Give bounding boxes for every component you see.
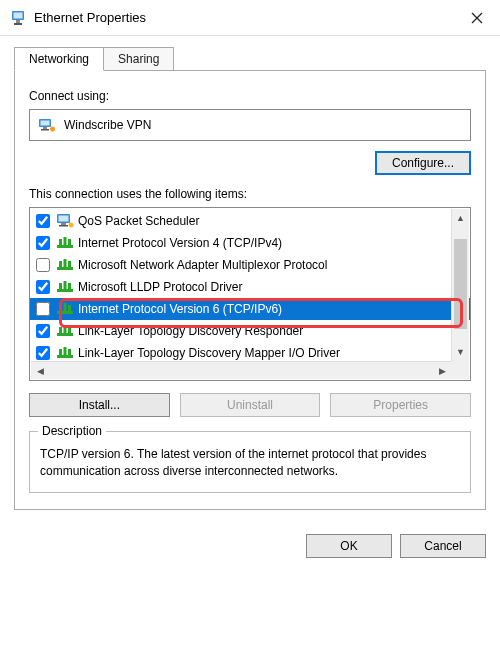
button-label: Configure... — [392, 156, 454, 170]
svg-rect-39 — [68, 349, 71, 355]
monitor-icon — [56, 213, 74, 229]
svg-rect-9 — [41, 129, 49, 131]
tab-label: Sharing — [118, 52, 159, 66]
tab-networking[interactable]: Networking — [14, 47, 104, 71]
dialog-buttons: OK Cancel — [0, 524, 500, 572]
svg-rect-7 — [41, 121, 50, 126]
configure-row: Configure... — [29, 151, 471, 175]
item-checkbox[interactable] — [36, 258, 50, 272]
list-item[interactable]: Internet Protocol Version 4 (TCP/IPv4) — [30, 232, 470, 254]
list-item[interactable]: Microsoft Network Adapter Multiplexor Pr… — [30, 254, 470, 276]
adapter-icon — [38, 116, 56, 134]
description-fieldset: Description TCP/IP version 6. The latest… — [29, 431, 471, 493]
item-label: Link-Layer Topology Discovery Responder — [78, 324, 303, 338]
ok-button[interactable]: OK — [306, 534, 392, 558]
svg-rect-29 — [59, 305, 62, 311]
cancel-button[interactable]: Cancel — [400, 534, 486, 558]
network-icon — [56, 257, 74, 273]
close-icon — [471, 12, 483, 24]
svg-rect-14 — [59, 225, 68, 227]
list-item[interactable]: Microsoft LLDP Protocol Driver — [30, 276, 470, 298]
description-text: TCP/IP version 6. The latest version of … — [40, 446, 460, 480]
properties-button[interactable]: Properties — [330, 393, 471, 417]
svg-rect-3 — [14, 23, 22, 25]
network-icon — [56, 301, 74, 317]
svg-rect-25 — [59, 283, 62, 289]
network-icon — [56, 323, 74, 339]
svg-rect-22 — [64, 259, 67, 267]
svg-rect-23 — [68, 261, 71, 267]
scroll-corner — [451, 361, 469, 379]
items-listbox[interactable]: QoS Packet SchedulerInternet Protocol Ve… — [29, 207, 471, 381]
list-item[interactable]: Link-Layer Topology Discovery Responder — [30, 320, 470, 342]
item-checkbox[interactable] — [36, 214, 50, 228]
svg-point-15 — [69, 223, 74, 228]
svg-rect-17 — [59, 239, 62, 245]
button-label: Cancel — [424, 539, 461, 553]
scroll-left-arrow[interactable]: ◀ — [31, 362, 49, 380]
tab-panel-networking: Connect using: Windscribe VPN Configure.… — [14, 71, 486, 510]
button-label: OK — [340, 539, 357, 553]
item-buttons-row: Install... Uninstall Properties — [29, 393, 471, 417]
svg-rect-36 — [57, 355, 73, 358]
item-checkbox[interactable] — [36, 236, 50, 250]
svg-rect-32 — [57, 333, 73, 336]
svg-rect-34 — [64, 325, 67, 333]
svg-rect-8 — [43, 127, 47, 129]
list-item[interactable]: Internet Protocol Version 6 (TCP/IPv6) — [30, 298, 470, 320]
item-checkbox[interactable] — [36, 280, 50, 294]
button-label: Uninstall — [227, 398, 273, 412]
vertical-scrollbar[interactable]: ▲ ▼ — [451, 209, 469, 361]
svg-rect-27 — [68, 283, 71, 289]
svg-rect-13 — [61, 223, 66, 225]
svg-rect-30 — [64, 303, 67, 311]
svg-rect-31 — [68, 305, 71, 311]
item-label: Internet Protocol Version 6 (TCP/IPv6) — [78, 302, 282, 316]
adapter-name: Windscribe VPN — [64, 118, 151, 132]
list-item[interactable]: QoS Packet Scheduler — [30, 210, 470, 232]
tab-label: Networking — [29, 52, 89, 66]
svg-point-10 — [50, 127, 55, 132]
network-icon — [56, 235, 74, 251]
items-list: QoS Packet SchedulerInternet Protocol Ve… — [30, 208, 470, 366]
scroll-right-arrow[interactable]: ▶ — [433, 362, 451, 380]
item-label: QoS Packet Scheduler — [78, 214, 199, 228]
window-title: Ethernet Properties — [34, 10, 454, 25]
configure-button[interactable]: Configure... — [375, 151, 471, 175]
item-label: Internet Protocol Version 4 (TCP/IPv4) — [78, 236, 282, 250]
description-legend: Description — [38, 424, 106, 438]
horizontal-scrollbar[interactable]: ◀ ▶ — [31, 361, 451, 379]
svg-rect-2 — [16, 20, 20, 23]
install-button[interactable]: Install... — [29, 393, 170, 417]
svg-rect-19 — [68, 239, 71, 245]
button-label: Install... — [79, 398, 120, 412]
connect-using-label: Connect using: — [29, 89, 471, 103]
scroll-thumb[interactable] — [454, 239, 467, 329]
network-icon — [56, 279, 74, 295]
items-scroll-viewport: QoS Packet SchedulerInternet Protocol Ve… — [30, 208, 470, 380]
items-box-wrap: QoS Packet SchedulerInternet Protocol Ve… — [29, 207, 471, 381]
tab-strip: Networking Sharing — [14, 46, 486, 71]
scroll-up-arrow[interactable]: ▲ — [452, 209, 469, 227]
item-checkbox[interactable] — [36, 302, 50, 316]
adapter-field[interactable]: Windscribe VPN — [29, 109, 471, 141]
svg-rect-20 — [57, 267, 73, 270]
window-icon — [10, 10, 26, 26]
svg-rect-38 — [64, 347, 67, 355]
uninstall-button[interactable]: Uninstall — [180, 393, 321, 417]
item-checkbox[interactable] — [36, 346, 50, 360]
svg-rect-28 — [57, 311, 73, 314]
item-checkbox[interactable] — [36, 324, 50, 338]
svg-rect-35 — [68, 327, 71, 333]
svg-rect-1 — [14, 12, 23, 18]
svg-rect-24 — [57, 289, 73, 292]
scroll-down-arrow[interactable]: ▼ — [452, 343, 469, 361]
svg-rect-21 — [59, 261, 62, 267]
close-button[interactable] — [454, 0, 500, 36]
button-label: Properties — [373, 398, 428, 412]
svg-rect-37 — [59, 349, 62, 355]
item-label: Link-Layer Topology Discovery Mapper I/O… — [78, 346, 340, 360]
items-label: This connection uses the following items… — [29, 187, 471, 201]
svg-rect-18 — [64, 237, 67, 245]
tab-sharing[interactable]: Sharing — [103, 47, 174, 70]
